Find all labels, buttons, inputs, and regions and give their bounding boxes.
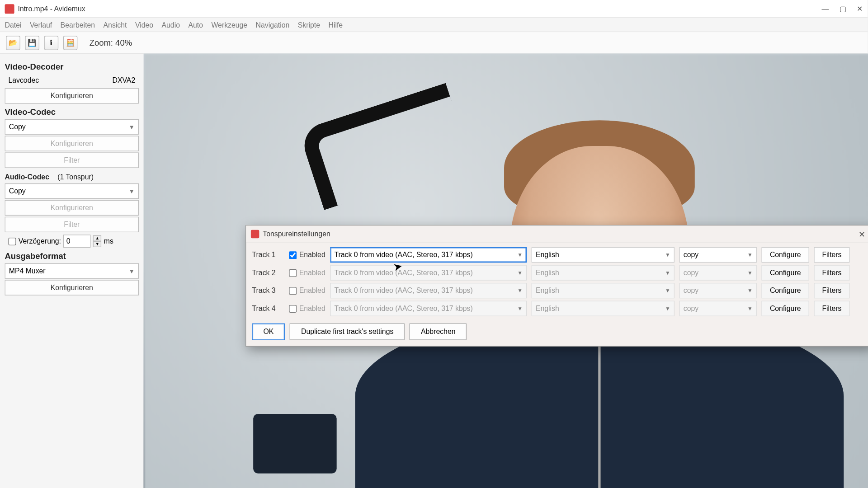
track-codec-value: copy bbox=[684, 286, 698, 295]
video-codec-filter-button: Filter bbox=[5, 152, 139, 168]
enabled-label: Enabled bbox=[299, 251, 326, 259]
chevron-down-icon: ▼ bbox=[517, 252, 523, 258]
track-row: Track 4 Enabled Track 0 from video (AAC,… bbox=[252, 300, 865, 318]
menu-item[interactable]: Video bbox=[135, 20, 153, 28]
audio-codec-title: Audio-Codec (1 Tonspur) bbox=[5, 172, 139, 181]
menu-item[interactable]: Audio bbox=[162, 20, 180, 28]
track-codec-select[interactable]: copy▼ bbox=[679, 265, 757, 281]
menu-item[interactable]: Hilfe bbox=[328, 20, 343, 28]
track-enabled-checkbox[interactable] bbox=[289, 305, 297, 312]
dialog-icon bbox=[251, 230, 259, 238]
track-filters-button: Filters bbox=[814, 283, 849, 298]
output-configure-button[interactable]: Konfigurieren bbox=[5, 280, 139, 295]
delay-unit: ms bbox=[104, 237, 113, 245]
window-title: Intro.mp4 - Avidemux bbox=[18, 5, 822, 13]
menu-item[interactable]: Werkzeuge bbox=[211, 20, 247, 28]
track-source-value: Track 0 from video (AAC, Stereo, 317 kbp… bbox=[334, 286, 472, 295]
app-icon bbox=[5, 4, 14, 14]
track-codec-value: copy bbox=[684, 268, 698, 277]
chevron-down-icon: ▼ bbox=[747, 305, 753, 311]
menu-item[interactable]: Bearbeiten bbox=[61, 20, 95, 28]
track-enabled-checkbox[interactable] bbox=[289, 251, 297, 259]
menu-item[interactable]: Datei bbox=[5, 20, 22, 28]
close-button[interactable]: ✕ bbox=[857, 5, 863, 13]
track-filters-button: Filters bbox=[814, 265, 849, 281]
toolbar: 📂 💾 ℹ 🧮 Zoom: 40% bbox=[0, 32, 868, 53]
track-label: Track 1 bbox=[252, 251, 284, 259]
track-row: Track 2 Enabled Track 0 from video (AAC,… bbox=[252, 264, 865, 282]
audio-codec-configure-button: Konfigurieren bbox=[5, 200, 139, 216]
track-configure-button: Configure bbox=[761, 265, 809, 281]
delay-spinner[interactable]: ▲▼ bbox=[93, 235, 101, 247]
track-source-select[interactable]: Track 0 from video (AAC, Stereo, 317 kbp… bbox=[330, 283, 527, 298]
audio-tracks-dialog: Tonspureinstellungen ✕ Track 1 Enabled T… bbox=[245, 225, 868, 347]
duplicate-button[interactable]: Duplicate first track's settings bbox=[290, 324, 405, 340]
chevron-down-icon: ▼ bbox=[665, 288, 670, 294]
track-language-select[interactable]: English▼ bbox=[532, 247, 675, 263]
decoder-configure-button[interactable]: Konfigurieren bbox=[5, 88, 139, 103]
audio-codec-select[interactable]: Copy ▼ bbox=[5, 183, 139, 199]
chevron-down-icon: ▼ bbox=[747, 270, 753, 276]
calc-icon[interactable]: 🧮 bbox=[63, 35, 78, 50]
menu-item[interactable]: Skripte bbox=[298, 20, 320, 28]
enabled-label: Enabled bbox=[299, 268, 326, 277]
delay-input[interactable] bbox=[63, 235, 91, 248]
zoom-label: Zoom: 40% bbox=[90, 38, 132, 47]
chevron-down-icon: ▼ bbox=[665, 270, 670, 276]
track-source-value: Track 0 from video (AAC, Stereo, 317 kbp… bbox=[334, 251, 472, 259]
menu-item[interactable]: Navigation bbox=[256, 20, 290, 28]
track-codec-value: copy bbox=[684, 251, 698, 259]
ok-button[interactable]: OK bbox=[252, 324, 285, 340]
track-codec-select[interactable]: copy▼ bbox=[679, 247, 757, 263]
track-source-select[interactable]: Track 0 from video (AAC, Stereo, 317 kbp… bbox=[330, 265, 527, 281]
track-language-select[interactable]: English▼ bbox=[532, 265, 675, 281]
info-icon[interactable]: ℹ bbox=[44, 35, 59, 50]
track-label: Track 2 bbox=[252, 268, 284, 277]
track-language-value: English bbox=[536, 251, 559, 259]
output-format-value: MP4 Muxer bbox=[9, 267, 46, 275]
output-format-select[interactable]: MP4 Muxer ▼ bbox=[5, 263, 139, 279]
track-label: Track 3 bbox=[252, 286, 284, 295]
track-enabled-checkbox[interactable] bbox=[289, 269, 297, 277]
audio-track-count: (1 Tonspur) bbox=[57, 173, 94, 181]
menu-item[interactable]: Auto bbox=[188, 20, 203, 28]
audio-codec-filter-button: Filter bbox=[5, 217, 139, 232]
video-codec-select[interactable]: Copy ▼ bbox=[5, 119, 139, 135]
chevron-down-icon: ▼ bbox=[517, 288, 523, 294]
menu-item[interactable]: Ansicht bbox=[104, 20, 127, 28]
track-codec-select[interactable]: copy▼ bbox=[679, 283, 757, 298]
menu-item[interactable]: Verlauf bbox=[30, 20, 52, 28]
track-filters-button: Filters bbox=[814, 301, 849, 316]
open-icon[interactable]: 📂 bbox=[6, 35, 20, 50]
video-codec-configure-button: Konfigurieren bbox=[5, 136, 139, 151]
minimize-button[interactable]: — bbox=[822, 5, 829, 13]
track-source-value: Track 0 from video (AAC, Stereo, 317 kbp… bbox=[334, 268, 472, 277]
dialog-close-icon[interactable]: ✕ bbox=[859, 229, 866, 239]
track-language-value: English bbox=[536, 268, 559, 277]
track-language-select[interactable]: English▼ bbox=[532, 283, 675, 298]
audio-codec-title-text: Audio-Codec bbox=[5, 173, 49, 181]
track-codec-value: copy bbox=[684, 304, 698, 312]
video-codec-value: Copy bbox=[9, 123, 26, 131]
chevron-down-icon: ▼ bbox=[747, 288, 753, 294]
track-configure-button: Configure bbox=[761, 283, 809, 298]
cancel-button[interactable]: Abbrechen bbox=[410, 324, 467, 340]
track-source-select[interactable]: Track 0 from video (AAC, Stereo, 317 kbp… bbox=[330, 247, 527, 263]
track-language-select[interactable]: English▼ bbox=[532, 301, 675, 316]
track-row: Track 1 Enabled Track 0 from video (AAC,… bbox=[252, 246, 865, 264]
delay-checkbox[interactable] bbox=[8, 237, 16, 245]
chevron-down-icon: ▼ bbox=[665, 252, 670, 258]
track-source-select[interactable]: Track 0 from video (AAC, Stereo, 317 kbp… bbox=[330, 301, 527, 316]
output-format-title: Ausgabeformat bbox=[5, 251, 139, 261]
track-configure-button[interactable]: Configure bbox=[761, 247, 809, 263]
menu-bar: Datei Verlauf Bearbeiten Ansicht Video A… bbox=[0, 18, 868, 33]
track-enabled-checkbox[interactable] bbox=[289, 287, 297, 295]
decoder-left: Lavcodec bbox=[8, 76, 39, 84]
chevron-down-icon: ▼ bbox=[129, 267, 135, 274]
chevron-down-icon: ▼ bbox=[517, 270, 523, 276]
delay-label: Verzögerung: bbox=[19, 237, 61, 245]
track-codec-select[interactable]: copy▼ bbox=[679, 301, 757, 316]
save-icon[interactable]: 💾 bbox=[25, 35, 39, 50]
maximize-button[interactable]: ▢ bbox=[840, 5, 846, 13]
track-filters-button[interactable]: Filters bbox=[814, 247, 849, 263]
